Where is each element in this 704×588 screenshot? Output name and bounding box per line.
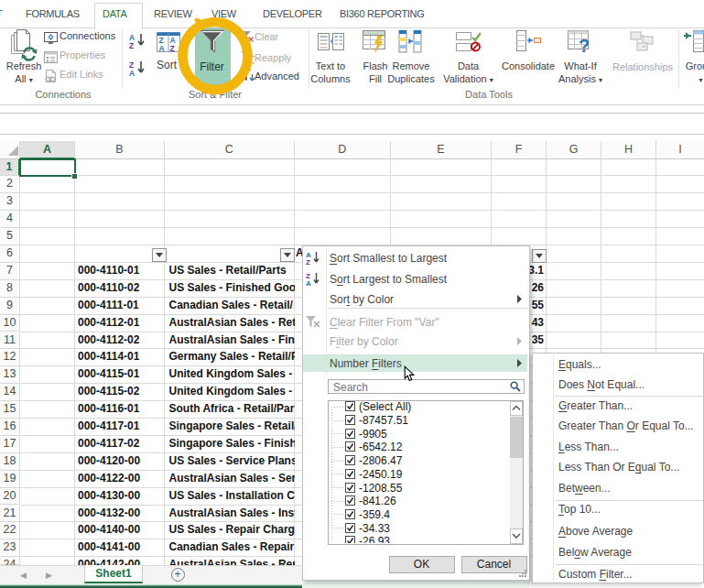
svg-text:Z: Z [129, 41, 134, 49]
svg-text:?: ? [579, 36, 590, 54]
svg-text:A: A [129, 69, 135, 77]
svg-text:A: A [306, 279, 311, 287]
svg-text:Z: Z [170, 44, 175, 53]
svg-text:Z: Z [306, 258, 310, 266]
svg-text:A: A [159, 44, 165, 53]
